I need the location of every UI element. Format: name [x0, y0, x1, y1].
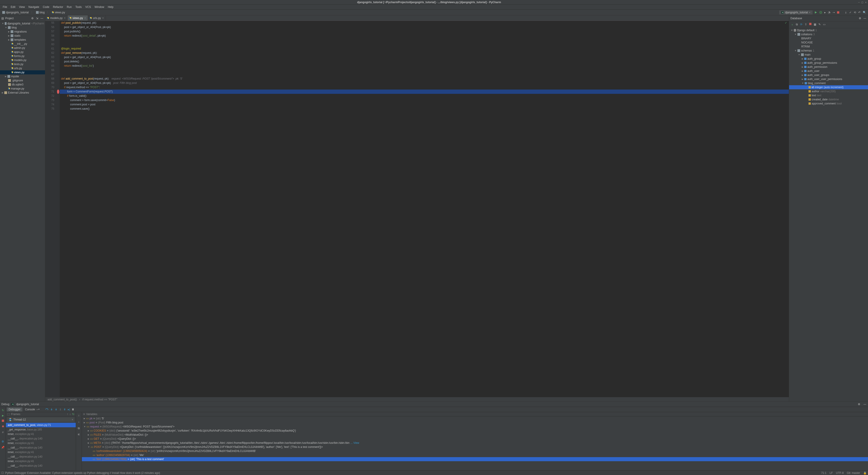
tree-item[interactable]: manage.py: [0, 87, 45, 91]
db-tree-item[interactable]: approved_comment bool: [789, 101, 868, 105]
vcs-history-icon[interactable]: ⟲: [853, 10, 857, 14]
expand-icon[interactable]: [88, 442, 89, 444]
menu-window[interactable]: Window: [93, 5, 105, 9]
stack-frame[interactable]: __call__, deprecation.py:140: [6, 464, 76, 468]
settings-icon[interactable]: ⚙: [1, 440, 4, 444]
expand-icon[interactable]: [8, 31, 10, 33]
line-ending[interactable]: LF: [830, 471, 833, 475]
tree-item[interactable]: db.sqlite3: [0, 83, 45, 87]
expand-icon[interactable]: [802, 62, 803, 64]
expand-icon[interactable]: [798, 54, 800, 56]
expand-icon[interactable]: [84, 417, 85, 420]
hide-icon[interactable]: —: [863, 402, 867, 406]
close-icon[interactable]: ✕: [865, 1, 867, 4]
mute-breakpoints-icon[interactable]: ⌀: [2, 430, 4, 434]
stack-frame[interactable]: __call__, deprecation.py:140: [6, 436, 76, 441]
tree-item[interactable]: mysite: [0, 74, 45, 78]
add-icon[interactable]: ＋: [790, 22, 794, 27]
expand-icon[interactable]: [802, 58, 803, 60]
stop-icon[interactable]: [1, 419, 4, 422]
expand-icon[interactable]: [84, 425, 86, 428]
menu-refactor[interactable]: Refactor: [52, 5, 64, 9]
run-icon[interactable]: [814, 11, 817, 14]
db-tree-item[interactable]: author varchar(200): [789, 89, 868, 93]
editor-tab[interactable]: urls.py×: [88, 15, 106, 21]
variable-row[interactable]: ▭ post = {Post} Fifth blog post: [82, 420, 868, 424]
menu-run[interactable]: Run: [65, 5, 73, 9]
tree-item[interactable]: apps.py: [0, 50, 45, 54]
variable-row[interactable]: ▭ 'author' (139923458829704) = {str} 'Me…: [82, 453, 868, 457]
editor-tab[interactable]: views.py×: [68, 15, 88, 21]
stack-frame[interactable]: __call__, deprecation.py:140: [6, 454, 76, 459]
evaluate-icon[interactable]: 🖩: [71, 407, 75, 411]
collapse-icon[interactable]: ⇲: [35, 16, 39, 20]
caret-position[interactable]: 71:1: [821, 471, 827, 475]
refresh-icon[interactable]: ⟳: [800, 22, 803, 27]
gear-icon[interactable]: ⚙: [857, 402, 861, 406]
menu-code[interactable]: Code: [41, 5, 51, 9]
step-out-icon[interactable]: [63, 408, 66, 411]
view-breakpoints-icon[interactable]: ◉: [1, 424, 4, 428]
expand-icon[interactable]: [5, 75, 6, 77]
nav-up-icon[interactable]: ↑: [78, 413, 80, 418]
db-tree-item[interactable]: created_date datetime: [789, 97, 868, 101]
lock-icon[interactable]: 🔒: [863, 471, 867, 475]
expand-icon[interactable]: [802, 70, 803, 72]
stack-frame[interactable]: _get_response, base.py:185: [6, 427, 76, 432]
pin-icon[interactable]: 📌: [1, 445, 5, 449]
tree-item[interactable]: urls.py: [0, 66, 45, 70]
search-icon[interactable]: 🔍: [862, 10, 867, 14]
db-tree-item[interactable]: BINARY: [789, 36, 868, 40]
tree-item[interactable]: tests.py: [0, 62, 45, 66]
thread-selector[interactable]: 🧵 Thread-12 ▾: [7, 417, 74, 422]
close-tab-icon[interactable]: ×: [64, 17, 66, 20]
stop-icon[interactable]: [837, 11, 840, 14]
duplicate-icon[interactable]: ⧉: [796, 22, 798, 27]
expand-icon[interactable]: [2, 92, 3, 94]
expand-icon[interactable]: [795, 33, 797, 35]
menu-view[interactable]: View: [18, 5, 26, 9]
gear-icon[interactable]: ⚙: [31, 16, 34, 20]
tab-debugger[interactable]: Debugger: [7, 407, 22, 411]
nav-down-icon[interactable]: ↓: [78, 420, 80, 424]
stack-frame[interactable]: inner, exception.py:41: [6, 432, 76, 436]
run-to-cursor-icon[interactable]: ▸|: [67, 407, 70, 411]
resume-icon[interactable]: [1, 414, 4, 417]
breadcrumb-item[interactable]: if request.method == "POST": [82, 398, 117, 401]
breadcrumb-item[interactable]: add_comment_to_post(): [48, 398, 77, 401]
variable-row[interactable]: ▭ POST = {QueryDict} <QueryDict: {'csrfm…: [82, 445, 868, 449]
variable-row[interactable]: ▭ COOKIES = {dict} {'sessionid': 'w3ie27…: [82, 429, 868, 433]
menu-vcs[interactable]: VCS: [84, 5, 92, 9]
edit-icon[interactable]: ✎: [818, 22, 821, 27]
expand-icon[interactable]: [8, 35, 10, 37]
db-tree-item[interactable]: auth_user_user_permissions: [789, 77, 868, 81]
expand-icon[interactable]: [802, 78, 803, 80]
stack-frame[interactable]: __call__, deprecation.py:140: [6, 445, 76, 450]
attach-icon[interactable]: ⇢: [832, 10, 835, 14]
editor-tab[interactable]: models.py×: [45, 15, 68, 21]
variable-row[interactable]: ▭ META = {dict} {'PATH': '/home/filippov…: [82, 441, 868, 445]
hide-icon[interactable]: —: [40, 16, 44, 20]
breadcrumb-item[interactable]: blog: [35, 10, 46, 14]
menu-tools[interactable]: Tools: [74, 5, 83, 9]
tree-item[interactable]: blog: [0, 26, 45, 30]
db-tree-item[interactable]: auth_group_permissions: [789, 61, 868, 65]
stop-icon[interactable]: [809, 22, 812, 27]
db-tree-item[interactable]: id integer (auto increment): [789, 85, 868, 89]
menu-file[interactable]: File: [1, 5, 8, 9]
db-tree-item[interactable]: collations 3: [789, 32, 868, 36]
rerun-icon[interactable]: ↻: [1, 408, 4, 412]
tree-item[interactable]: __init__.py: [0, 42, 45, 46]
db-tree-item[interactable]: Django default 1: [789, 28, 868, 32]
run-config-selector[interactable]: dj djangogirls_tutorial ▾: [779, 10, 813, 14]
tab-console[interactable]: Console →•: [23, 407, 41, 411]
db-tree-item[interactable]: schemas 1: [789, 49, 868, 53]
tree-item[interactable]: views.py: [0, 70, 45, 74]
coverage-icon[interactable]: ▸: [824, 10, 826, 14]
step-into-icon[interactable]: [50, 408, 53, 411]
tree-item[interactable]: admin.py: [0, 46, 45, 50]
vcs-commit-icon[interactable]: ✓: [849, 10, 852, 14]
hide-icon[interactable]: —: [863, 16, 867, 20]
db-tree-item[interactable]: auth_group: [789, 57, 868, 61]
filter-icon[interactable]: ⚟: [77, 433, 81, 437]
